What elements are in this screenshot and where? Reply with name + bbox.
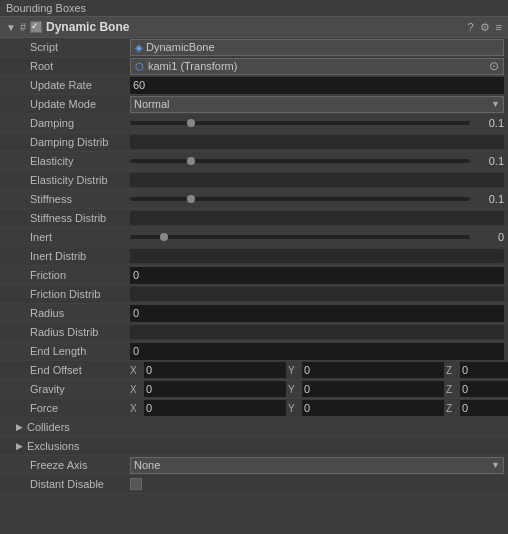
z-input[interactable]: [460, 400, 508, 416]
table-row: Root ⬡kami1 (Transform) ⊙: [0, 57, 508, 76]
z-input[interactable]: [460, 381, 508, 397]
dropdown-arrow-icon: ▼: [491, 99, 500, 109]
table-row: Freeze Axis None ▼: [0, 456, 508, 475]
target-icon[interactable]: ⊙: [489, 59, 499, 73]
slider-thumb[interactable]: [187, 119, 195, 127]
row-label: Elasticity Distrib: [0, 174, 130, 186]
table-row: End Offset X Y Z: [0, 361, 508, 380]
dropdown[interactable]: Normal ▼: [130, 96, 504, 113]
root-icon: ⬡: [135, 61, 144, 72]
collapse-arrow[interactable]: ▼: [6, 22, 16, 33]
text-input[interactable]: [130, 343, 504, 360]
x-input[interactable]: [144, 381, 286, 397]
table-row: Distant Disable: [0, 475, 508, 494]
table-row: Elasticity 0.1: [0, 152, 508, 171]
slider-track[interactable]: [130, 159, 470, 163]
table-row: Friction Distrib: [0, 285, 508, 304]
section-arrow[interactable]: ▶: [16, 422, 23, 432]
slider-thumb[interactable]: [187, 157, 195, 165]
help-icon[interactable]: ?: [467, 21, 473, 34]
enabled-checkbox[interactable]: [30, 21, 42, 33]
row-label: Script: [0, 41, 130, 53]
slider-track[interactable]: [130, 197, 470, 201]
z-label: Z: [446, 403, 458, 414]
z-label: Z: [446, 365, 458, 376]
table-row: Update Mode Normal ▼: [0, 95, 508, 114]
row-label: End Offset: [0, 364, 130, 376]
y-label: Y: [288, 403, 300, 414]
row-label: Inert: [0, 231, 130, 243]
table-row: End Length: [0, 342, 508, 361]
row-label: Update Mode: [0, 98, 130, 110]
root-value[interactable]: ⬡kami1 (Transform) ⊙: [130, 58, 504, 75]
z-label: Z: [446, 384, 458, 395]
section-label[interactable]: ▶ Exclusions: [0, 440, 130, 452]
component-header: ▼ # Dynamic Bone ? ⚙ ≡: [0, 17, 508, 38]
table-row: Damping Distrib: [0, 133, 508, 152]
row-label: Update Rate: [0, 79, 130, 91]
row-label: Distant Disable: [0, 478, 130, 490]
section-title: Exclusions: [27, 440, 80, 452]
z-input[interactable]: [460, 362, 508, 378]
row-label: Root: [0, 60, 130, 72]
text-input[interactable]: [130, 305, 504, 322]
row-label: Inert Distrib: [0, 250, 130, 262]
script-icon: ◈: [135, 42, 143, 53]
row-label: Damping: [0, 117, 130, 129]
x-label: X: [130, 403, 142, 414]
hash-symbol: #: [20, 21, 26, 33]
y-input[interactable]: [302, 362, 444, 378]
table-row: Radius Distrib: [0, 323, 508, 342]
table-row: Damping 0.1: [0, 114, 508, 133]
row-label: Friction Distrib: [0, 288, 130, 300]
slider-thumb[interactable]: [187, 195, 195, 203]
dropdown[interactable]: None ▼: [130, 457, 504, 474]
distrib-slider[interactable]: [130, 287, 504, 301]
table-row: Radius: [0, 304, 508, 323]
distrib-slider[interactable]: [130, 173, 504, 187]
slider-value: 0.1: [474, 117, 504, 129]
slider-thumb[interactable]: [160, 233, 168, 241]
y-input[interactable]: [302, 400, 444, 416]
settings-icon[interactable]: ⚙: [480, 21, 490, 34]
row-label: Damping Distrib: [0, 136, 130, 148]
top-bar: Bounding Boxes: [0, 0, 508, 17]
text-input[interactable]: [130, 267, 504, 284]
freeze-checkbox[interactable]: [130, 478, 142, 490]
table-row: Stiffness Distrib: [0, 209, 508, 228]
slider-track[interactable]: [130, 235, 470, 239]
section-title: Colliders: [27, 421, 70, 433]
x-input[interactable]: [144, 362, 286, 378]
table-row: Inert 0: [0, 228, 508, 247]
section-arrow[interactable]: ▶: [16, 441, 23, 451]
distrib-slider[interactable]: [130, 249, 504, 263]
top-bar-label: Bounding Boxes: [6, 2, 86, 14]
distrib-slider[interactable]: [130, 325, 504, 339]
row-label: Stiffness: [0, 193, 130, 205]
slider-value: 0: [474, 231, 504, 243]
table-row: Elasticity Distrib: [0, 171, 508, 190]
table-row: ▶ Exclusions: [0, 437, 508, 456]
distrib-slider[interactable]: [130, 211, 504, 225]
y-input[interactable]: [302, 381, 444, 397]
distrib-slider[interactable]: [130, 135, 504, 149]
table-row: Friction: [0, 266, 508, 285]
y-label: Y: [288, 365, 300, 376]
table-row: Script ◈ DynamicBone: [0, 38, 508, 57]
x-label: X: [130, 384, 142, 395]
row-label: Stiffness Distrib: [0, 212, 130, 224]
text-input[interactable]: [130, 77, 504, 94]
row-label: End Length: [0, 345, 130, 357]
slider-track[interactable]: [130, 121, 470, 125]
dropdown-arrow-icon: ▼: [491, 460, 500, 470]
menu-icon[interactable]: ≡: [496, 21, 502, 34]
table-row: ▶ Colliders: [0, 418, 508, 437]
row-label: Radius: [0, 307, 130, 319]
component-title: Dynamic Bone: [46, 20, 463, 34]
table-row: Gravity X Y Z: [0, 380, 508, 399]
row-label: Friction: [0, 269, 130, 281]
row-label: Gravity: [0, 383, 130, 395]
x-input[interactable]: [144, 400, 286, 416]
row-label: Freeze Axis: [0, 459, 130, 471]
section-label[interactable]: ▶ Colliders: [0, 421, 130, 433]
